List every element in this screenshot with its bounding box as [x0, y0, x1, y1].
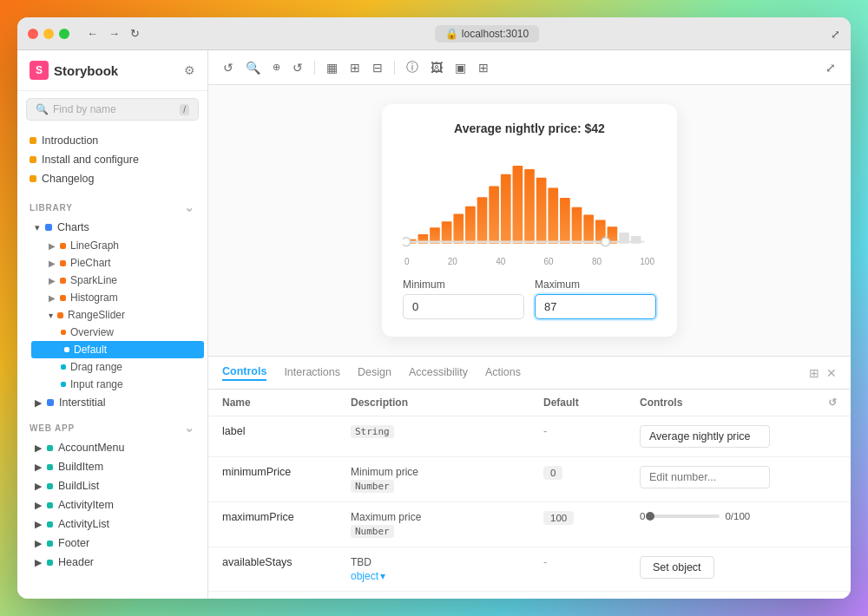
tab-actions[interactable]: Actions: [485, 366, 521, 380]
sidebar-item-piechart[interactable]: ▶ PieChart: [28, 254, 207, 272]
close-panel-icon[interactable]: ✕: [826, 366, 837, 380]
sidebar-item-buildlist[interactable]: ▶ BuildList: [28, 476, 207, 495]
arrow-icon: ▶: [49, 276, 56, 285]
expand-icon: ▶: [35, 462, 42, 473]
sidebar-item-label: Header: [58, 556, 94, 568]
sidebar: S Storybook ⚙ 🔍 Find by name / Introduct…: [17, 50, 208, 599]
toolbar-sync-button[interactable]: ↺: [219, 57, 238, 78]
sidebar-item-introduction[interactable]: Introduction: [17, 131, 207, 150]
dot-icon: [45, 224, 52, 231]
sidebar-item-rangeslider[interactable]: ▾ RangeSlider: [28, 306, 207, 324]
toolbar-image-button[interactable]: 🖼: [426, 57, 447, 78]
search-icon: 🔍: [36, 103, 49, 115]
toolbar-grid-button[interactable]: ▦: [322, 57, 342, 78]
library-section-label: LIBRARY ⌄: [17, 192, 207, 218]
sidebar-item-sparkline[interactable]: ▶ SparkLine: [28, 272, 207, 289]
external-link-button[interactable]: ⤢: [831, 28, 840, 41]
sidebar-item-default[interactable]: Default: [31, 341, 204, 358]
expand-icon: ▶: [35, 442, 42, 454]
split-view-icon[interactable]: ⊞: [809, 366, 819, 380]
toolbar-measure-button[interactable]: ⊟: [368, 57, 387, 78]
object-link[interactable]: object ▾: [351, 570, 516, 582]
toolbar-info-button[interactable]: ⓘ: [402, 56, 423, 79]
minimum-price-control[interactable]: [640, 466, 770, 488]
dot-icon: [61, 382, 66, 387]
sidebar-item-label: ActivityItem: [58, 499, 114, 511]
toolbar-grid2-button[interactable]: ▣: [450, 57, 470, 78]
dot-icon: [47, 521, 53, 528]
range-track[interactable]: [650, 514, 720, 518]
maximum-input[interactable]: [535, 294, 656, 319]
minimize-button[interactable]: [43, 29, 54, 39]
tab-accessibility[interactable]: Accessibility: [409, 366, 468, 380]
sidebar-logo: S Storybook: [30, 61, 118, 80]
sidebar-item-footer[interactable]: ▶ Footer: [28, 534, 207, 553]
reload-button[interactable]: ↻: [127, 25, 143, 42]
histogram-svg: [403, 149, 656, 253]
sidebar-item-label: Footer: [58, 537, 89, 549]
close-button[interactable]: [28, 29, 38, 39]
maximize-button[interactable]: [59, 29, 69, 39]
row-name: maximumPrice: [208, 502, 337, 547]
url-bar[interactable]: 🔒 localhost:3010: [435, 25, 539, 43]
library-nav-group: ▾ Charts ▶ LineGraph ▶ PieChart ▶: [17, 218, 207, 412]
titlebar: ← → ↻ 🔒 localhost:3010 ⤢: [17, 17, 851, 50]
toolbar-reset-zoom-button[interactable]: ↺: [288, 57, 307, 78]
row-control[interactable]: [626, 416, 851, 457]
toolbar-layout-button[interactable]: ⊞: [474, 57, 493, 78]
lock-icon: 🔒: [445, 28, 458, 40]
tab-controls[interactable]: Controls: [222, 365, 266, 381]
sidebar-item-accountmenu[interactable]: ▶ AccountMenu: [28, 438, 207, 457]
set-object-button[interactable]: Set object: [640, 556, 714, 579]
sidebar-item-label: Input range: [70, 378, 123, 390]
dot-icon: [47, 464, 53, 470]
tab-design[interactable]: Design: [358, 366, 391, 380]
sidebar-item-label: SparkLine: [70, 274, 117, 286]
back-button[interactable]: ←: [83, 25, 102, 42]
tab-interactions[interactable]: Interactions: [284, 366, 340, 380]
gear-icon[interactable]: ⚙: [184, 63, 195, 77]
svg-rect-4: [453, 214, 464, 244]
row-description: String: [337, 416, 529, 457]
range-min-value: 0: [640, 511, 645, 521]
tab-actions-right: ⊞ ✕: [809, 366, 837, 380]
toolbar-viewport-button[interactable]: ⊞: [345, 57, 365, 78]
dot-icon: [60, 260, 66, 266]
minimum-input[interactable]: [403, 294, 524, 319]
sidebar-item-input-range[interactable]: Input range: [28, 376, 207, 393]
sidebar-item-histogram[interactable]: ▶ Histogram: [28, 289, 207, 306]
sidebar-item-activityitem[interactable]: ▶ ActivityItem: [28, 495, 207, 514]
row-control[interactable]: [626, 457, 851, 502]
toolbar-zoom-out-button[interactable]: 🔍: [241, 57, 265, 78]
row-control[interactable]: Set object: [626, 547, 851, 592]
row-control: 0 0/100: [626, 502, 851, 547]
sidebar-item-linegraph[interactable]: ▶ LineGraph: [28, 237, 207, 254]
sidebar-item-label: Default: [74, 344, 107, 356]
refresh-icon[interactable]: ↺: [828, 396, 837, 409]
controls-tabs: Controls Interactions Design Accessibili…: [208, 357, 851, 390]
toolbar-external-button[interactable]: ⤢: [821, 57, 840, 78]
sidebar-item-changelog[interactable]: Changelog: [17, 169, 207, 188]
svg-rect-10: [524, 169, 535, 244]
axis-label-80: 80: [592, 257, 602, 266]
toolbar-zoom-in-button[interactable]: ⊕: [268, 58, 285, 76]
sidebar-item-drag-range[interactable]: Drag range: [28, 358, 207, 376]
sidebar-item-overview[interactable]: Overview: [28, 324, 207, 341]
sidebar-item-install[interactable]: Install and configure: [17, 150, 207, 169]
col-name: Name: [208, 390, 337, 416]
range-thumb[interactable]: [646, 512, 654, 521]
library-toggle[interactable]: ⌄: [184, 200, 195, 214]
titlebar-center: 🔒 localhost:3010: [150, 25, 824, 43]
search-box[interactable]: 🔍 Find by name /: [26, 98, 199, 121]
sidebar-item-builditem[interactable]: ▶ BuildItem: [28, 457, 207, 476]
webapp-toggle[interactable]: ⌄: [184, 421, 195, 435]
sidebar-item-header[interactable]: ▶ Header: [28, 553, 207, 572]
toolbar: ↺ 🔍 ⊕ ↺ ▦ ⊞ ⊟ ⓘ 🖼 ▣ ⊞ ⤢: [208, 50, 851, 85]
forward-button[interactable]: →: [105, 25, 123, 42]
sidebar-item-interstitial[interactable]: ▶ Interstitial: [28, 393, 207, 412]
sidebar-item-charts[interactable]: ▾ Charts: [28, 218, 207, 237]
sidebar-item-activitylist[interactable]: ▶ ActivityList: [28, 514, 207, 534]
arrow-icon: ▶: [49, 293, 56, 303]
sidebar-item-label: Install and configure: [42, 154, 139, 166]
label-control-input[interactable]: [640, 425, 770, 448]
